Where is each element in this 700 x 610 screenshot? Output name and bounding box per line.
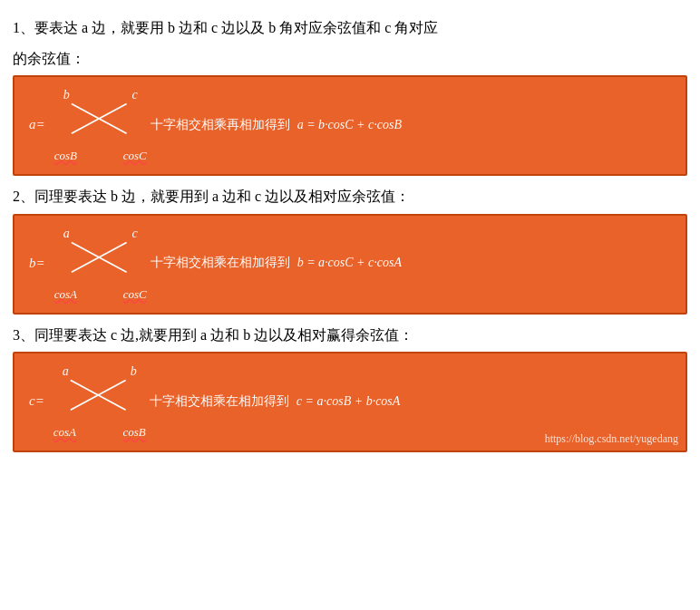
section2-text: 2、同理要表达 b 边，就要用到 a 边和 c 边以及相对应余弦值： <box>13 185 687 208</box>
box3-eq-label: c= <box>29 393 44 409</box>
box3-right: 十字相交相乘在相加得到 c = a·cosB + b·cosA <box>150 393 671 410</box>
box2-desc: 十字相交相乘在相加得到 <box>151 255 290 271</box>
box2-bottom-left-label: cosA <box>54 287 77 302</box>
box1-bottom-left-label: cosB <box>54 149 77 163</box>
box3-content: c= a b cosA cosB 十字相交相乘在相加得到 c = a·cosB … <box>29 363 671 440</box>
box2-bottom-right-label: cosC <box>123 287 147 302</box>
box1-bottom-right-label: cosC <box>123 149 147 163</box>
box2-left: b= <box>29 256 51 271</box>
formula-box-1: a= b c cosB cosC 十字相交相乘再相加得到 a = b·cosC … <box>13 75 687 176</box>
box2-eq-label: b= <box>29 256 45 271</box>
box1-left: a= <box>29 117 51 132</box>
box3-bottom-left-label: cosA <box>53 425 76 440</box>
box3-bottom-right-label: cosB <box>123 425 146 440</box>
box3-top-right-label: b <box>131 364 137 379</box>
box3-formula: c = a·cosB + b·cosA <box>297 394 401 409</box>
box1-eq-label: a= <box>29 117 45 132</box>
box1-desc: 十字相交相乘再相加得到 <box>151 117 290 133</box>
box1-content: a= b c cosB cosC 十字相交相乘再相加得到 a = b·cosC … <box>29 86 671 163</box>
section3-text: 3、同理要表达 c 边,就要用到 a 边和 b 边以及相对赢得余弦值： <box>13 324 687 347</box>
box2-top-right-label: c <box>131 227 137 241</box>
box1-right: 十字相交相乘再相加得到 a = b·cosC + c·cosB <box>151 117 671 133</box>
box2-top-left-label: a <box>63 227 70 241</box>
box3-desc: 十字相交相乘在相加得到 <box>150 393 289 410</box>
box2-content: b= a c cosA cosC 十字相交相乘在相加得到 b = a·cosC … <box>29 225 671 302</box>
formula-box-2: b= a c cosA cosC 十字相交相乘在相加得到 b = a·cosC … <box>13 214 687 315</box>
box1-formula: a = b·cosC + c·cosB <box>297 118 402 132</box>
box1-top-left-label: b <box>63 88 70 102</box>
box2-formula: b = a·cosC + c·cosA <box>297 256 402 270</box>
box2-diagram: a c cosA cosC <box>51 225 151 302</box>
formula-box-3: c= a b cosA cosB 十字相交相乘在相加得到 c = a·cosB … <box>13 352 687 452</box>
box3-left: c= <box>29 393 50 409</box>
box1-diagram: b c cosB cosC <box>51 86 151 163</box>
box3-top-left-label: a <box>63 364 69 379</box>
watermark: https://blog.csdn.net/yugedang <box>545 432 678 446</box>
section1-text2: 的余弦值： <box>13 47 687 71</box>
section1-text: 1、要表达 a 边，就要用 b 边和 c 边以及 b 角对应余弦值和 c 角对应 <box>13 16 687 40</box>
box2-right: 十字相交相乘在相加得到 b = a·cosC + c·cosA <box>151 255 671 271</box>
box2-cross-svg <box>51 241 151 286</box>
box3-cross-svg <box>50 379 150 424</box>
box1-cross-svg <box>51 102 151 148</box>
box3-diagram: a b cosA cosB <box>50 363 150 440</box>
box1-top-right-label: c <box>131 88 137 102</box>
